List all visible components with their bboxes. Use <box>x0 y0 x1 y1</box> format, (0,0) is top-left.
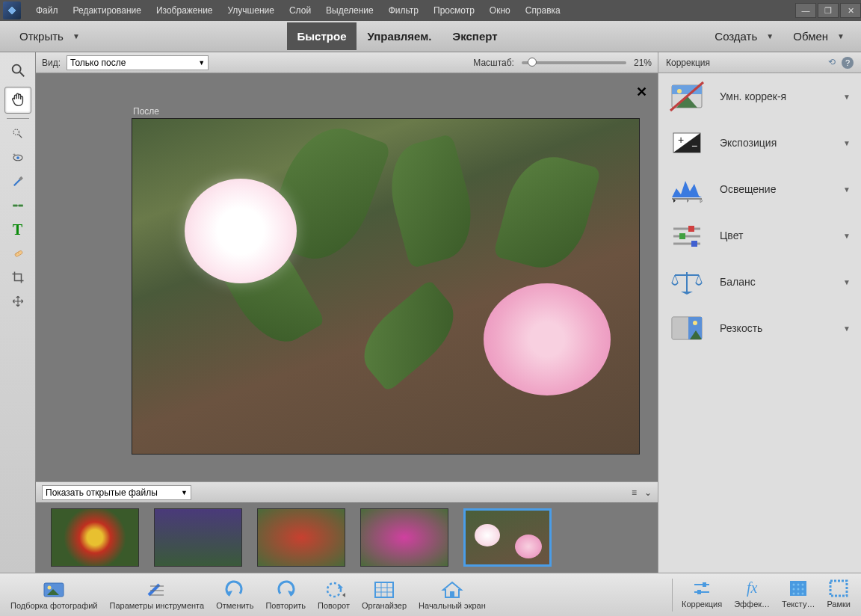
quick-select-tool[interactable] <box>4 123 31 144</box>
adj-lighting[interactable]: Освещение▼ <box>658 166 861 212</box>
adj-exposure[interactable]: +− Экспозиция▼ <box>658 120 861 166</box>
svg-point-75 <box>793 588 795 590</box>
adj-sharpen[interactable]: Резкость▼ <box>658 305 861 351</box>
menu-edit[interactable]: Редактирование <box>66 1 149 20</box>
frames-tab[interactable]: Рамки <box>821 579 857 612</box>
svg-rect-68 <box>703 582 706 587</box>
collapse-icon[interactable]: ⌄ <box>644 487 652 498</box>
svg-marker-59 <box>342 593 345 597</box>
chevron-down-icon: ▼ <box>68 32 84 40</box>
menu-enhance[interactable]: Улучшение <box>220 1 282 20</box>
zoom-label: Масштаб: <box>473 58 514 68</box>
svg-line-2 <box>19 73 24 77</box>
menu-help[interactable]: Справка <box>518 1 568 20</box>
thumb-1[interactable] <box>51 508 139 567</box>
menu-select[interactable]: Выделение <box>318 1 381 20</box>
adj-color[interactable]: Цвет▼ <box>658 212 861 259</box>
svg-line-8 <box>13 179 20 185</box>
help-icon[interactable]: ? <box>842 57 854 69</box>
straighten-tool[interactable] <box>4 195 31 216</box>
undo-icon <box>223 580 246 600</box>
undo-button[interactable]: Отменить <box>210 580 259 610</box>
chevron-down-icon: ▼ <box>833 32 849 40</box>
open-button[interactable]: Открыть▼ <box>15 30 84 43</box>
reset-icon[interactable]: ⟲ <box>828 57 836 69</box>
svg-point-76 <box>797 588 800 590</box>
svg-point-77 <box>802 588 804 590</box>
view-label: Вид: <box>42 58 61 68</box>
rotate-button[interactable]: Поворот <box>312 580 356 610</box>
thumb-4[interactable] <box>360 508 448 567</box>
zoom-slider[interactable] <box>522 61 626 64</box>
svg-rect-33 <box>679 233 685 239</box>
menu-image[interactable]: Изображение <box>149 1 220 20</box>
thumb-5[interactable] <box>463 508 552 567</box>
redeye-tool[interactable]: + <box>4 147 31 168</box>
menu-view[interactable]: Просмотр <box>426 1 482 20</box>
list-icon[interactable]: ≡ <box>632 487 637 498</box>
text-tool[interactable]: T <box>4 219 31 240</box>
svg-point-80 <box>802 592 804 594</box>
menubar: Файл Редактирование Изображение Улучшени… <box>0 0 861 21</box>
organizer-button[interactable]: Органайзер <box>356 580 413 610</box>
close-document-button[interactable]: ✕ <box>636 84 647 100</box>
menu-filter[interactable]: Фильтр <box>381 1 426 20</box>
svg-marker-0 <box>7 6 16 15</box>
zoom-tool[interactable] <box>4 57 31 84</box>
app-logo <box>3 1 21 19</box>
crop-tool[interactable] <box>4 267 31 288</box>
adj-smartfix[interactable]: Умн. коррек-я▼ <box>658 73 861 120</box>
menu-window[interactable]: Окно <box>482 1 518 20</box>
right-panel: Коррекция ⟲ ? Умн. коррек-я▼ +− Экспозиц… <box>658 52 861 573</box>
svg-line-38 <box>672 275 675 283</box>
view-select[interactable]: Только после▼ <box>67 55 209 70</box>
menu-file[interactable]: Файл <box>28 1 66 20</box>
home-button[interactable]: Начальный экран <box>413 580 492 610</box>
svg-rect-70 <box>697 590 701 594</box>
svg-point-18 <box>677 89 682 93</box>
adjustments-tab[interactable]: Коррекция <box>676 579 728 612</box>
filmstrip-select[interactable]: Показать открытые файлы▼ <box>42 485 191 500</box>
photobin-button[interactable]: Подборка фотографий <box>4 580 104 610</box>
whiten-tool[interactable] <box>4 171 31 192</box>
bottom-bar: Подборка фотографий Параметры инструмент… <box>0 573 861 616</box>
redo-button[interactable]: Повторить <box>259 580 312 610</box>
mode-quick[interactable]: Быстрое <box>287 22 357 50</box>
chevron-down-icon: ▼ <box>843 232 851 240</box>
close-button[interactable]: ✕ <box>840 3 861 18</box>
minimize-button[interactable]: — <box>795 3 816 18</box>
chevron-down-icon: ▼ <box>843 185 851 194</box>
healing-tool[interactable] <box>4 243 31 264</box>
tooloptions-button[interactable]: Параметры инструмента <box>104 580 211 610</box>
menu-layer[interactable]: Слой <box>282 1 318 20</box>
svg-rect-47 <box>672 317 688 339</box>
svg-line-40 <box>696 275 699 283</box>
smartfix-icon <box>669 81 705 112</box>
mode-expert[interactable]: Эксперт <box>442 22 508 50</box>
mode-guided[interactable]: Управляем. <box>357 22 442 50</box>
image-frame <box>132 118 640 455</box>
view-bar: Вид: Только после▼ Масштаб: 21% <box>36 52 658 73</box>
svg-point-15 <box>18 253 19 253</box>
create-button[interactable]: Создать▼ <box>710 30 778 43</box>
chevron-down-icon: ▼ <box>181 489 188 496</box>
sharpen-icon <box>669 312 705 344</box>
exposure-icon: +− <box>669 127 705 158</box>
maximize-button[interactable]: ❐ <box>818 3 839 18</box>
chevron-down-icon: ▼ <box>198 59 205 67</box>
svg-point-6 <box>16 156 19 159</box>
svg-point-14 <box>16 253 16 254</box>
photobin-icon <box>43 580 65 600</box>
share-button[interactable]: Обмен▼ <box>789 30 849 43</box>
svg-marker-28 <box>687 199 689 203</box>
thumb-3[interactable] <box>257 508 345 567</box>
hand-tool[interactable] <box>4 87 31 114</box>
canvas[interactable]: ✕ После <box>36 73 658 481</box>
textures-tab[interactable]: Тексту… <box>776 579 821 612</box>
svg-text:−: − <box>691 140 697 152</box>
chevron-down-icon: ▼ <box>843 324 851 333</box>
effects-tab[interactable]: fx Эффек… <box>728 579 776 612</box>
thumb-2[interactable] <box>154 508 242 567</box>
adj-balance[interactable]: Баланс▼ <box>658 259 861 305</box>
move-tool[interactable] <box>4 291 31 312</box>
